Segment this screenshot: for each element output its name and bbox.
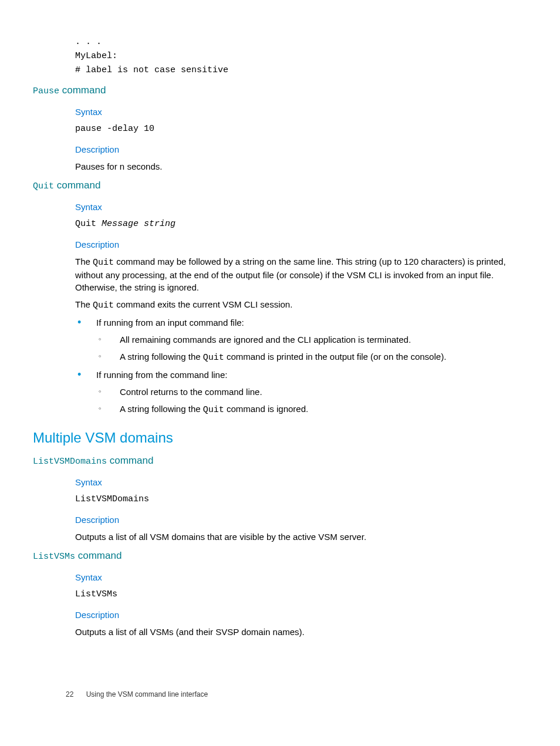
list-item: A string following the Quit command is i… — [96, 403, 527, 416]
description-label: Description — [75, 514, 527, 526]
pause-command-heading: Pause command — [33, 83, 527, 97]
code-line: MyLabel: — [75, 49, 527, 63]
syntax-code: pause -delay 10 — [75, 123, 527, 135]
description-label: Description — [75, 238, 527, 251]
description-para: The Quit command exits the current VSM C… — [75, 298, 527, 312]
sub-list: All remaining commands are ignored and t… — [96, 333, 527, 364]
list-item: If running from the command line: Contro… — [75, 369, 527, 416]
listvsmdomains-heading: ListVSMDomains command — [33, 454, 527, 468]
syntax-code: ListVSMDomains — [75, 493, 527, 505]
code-line: . . . — [75, 35, 527, 49]
syntax-label: Syntax — [75, 106, 527, 118]
listvsms-heading: ListVSMs command — [33, 549, 527, 563]
description-para: The Quit command may be followed by a st… — [75, 255, 527, 293]
page-footer: 22 Using the VSM command line interface — [66, 690, 208, 700]
list-item: A string following the Quit command is p… — [96, 350, 527, 364]
page-number: 22 — [66, 690, 73, 698]
syntax-code: ListVSMs — [75, 588, 527, 600]
syntax-label: Syntax — [75, 571, 527, 583]
description-label: Description — [75, 609, 527, 621]
description-text: Pauses for n seconds. — [75, 160, 527, 173]
syntax-code: Quit Message string — [75, 218, 527, 230]
list-item: All remaining commands are ignored and t… — [96, 333, 527, 346]
list-item: If running from an input command file: A… — [75, 316, 527, 364]
list-item: Control returns to the command line. — [96, 386, 527, 398]
description-text: Outputs a list of all VSMs (and their SV… — [75, 626, 527, 638]
description-label: Description — [75, 143, 527, 156]
bullet-list: If running from an input command file: A… — [75, 316, 527, 416]
sub-list: Control returns to the command line. A s… — [96, 386, 527, 416]
section-title: Multiple VSM domains — [33, 428, 527, 448]
code-sample: . . . MyLabel: # label is not case sensi… — [75, 35, 527, 77]
code-line: # label is not case sensitive — [75, 63, 527, 77]
description-text: Outputs a list of all VSM domains that a… — [75, 531, 527, 543]
syntax-label: Syntax — [75, 476, 527, 488]
quit-command-heading: Quit command — [33, 178, 527, 193]
syntax-label: Syntax — [75, 201, 527, 213]
footer-title: Using the VSM command line interface — [86, 690, 208, 698]
